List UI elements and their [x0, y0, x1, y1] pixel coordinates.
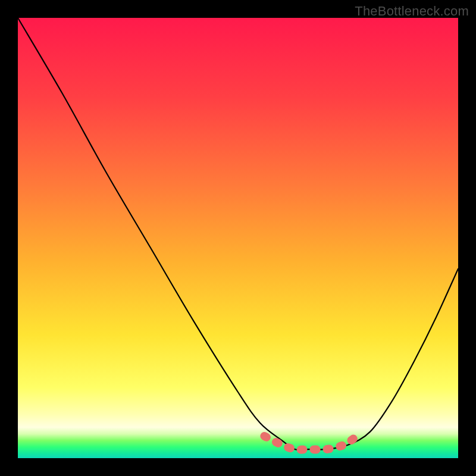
heatmap-plot-area [18, 18, 458, 458]
bottleneck-curve-layer [18, 18, 458, 458]
bottleneck-curve [18, 18, 458, 450]
chart-frame: TheBottleneck.com [0, 0, 476, 476]
watermark-text: TheBottleneck.com [355, 4, 469, 19]
